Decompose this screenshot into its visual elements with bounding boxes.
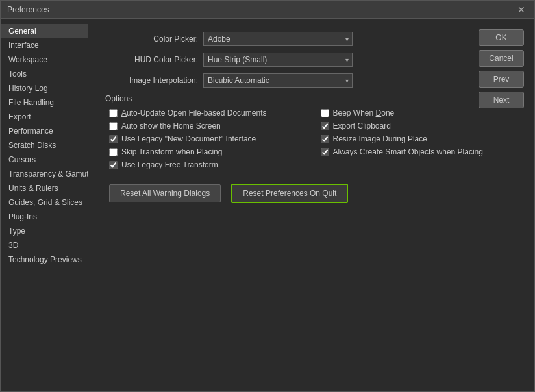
sidebar-item-history-log[interactable]: History Log [1, 81, 88, 95]
checkbox-resize-image-label[interactable]: Resize Image During Place [333, 134, 427, 143]
checkbox-skip-transform[interactable] [109, 148, 118, 156]
cb-export-clipboard: Export Clipboard [321, 121, 519, 130]
sidebar-item-technology-previews[interactable]: Technology Previews [1, 252, 88, 267]
cb-skip-transform: Skip Transform when Placing [109, 147, 308, 156]
sidebar-item-workspace[interactable]: Workspace [1, 53, 88, 67]
checkbox-legacy-interface-label[interactable]: Use Legacy "New Document" Interface [121, 134, 256, 143]
image-interp-row: Image Interpolation: Bicubic Automatic N… [104, 73, 519, 88]
dialog-title: Preferences [7, 5, 49, 14]
hud-color-picker-select[interactable]: Hue Strip (Small) Hue Strip (Medium) Hue… [203, 53, 353, 67]
checkbox-smart-objects[interactable] [321, 148, 329, 156]
sidebar-item-export[interactable]: Export [1, 110, 88, 124]
checkbox-beep-label[interactable]: Beep When Done [333, 108, 395, 117]
checkbox-free-transform[interactable] [109, 161, 118, 169]
checkbox-home-screen-label[interactable]: Auto show the Home Screen [121, 121, 221, 130]
sidebar-item-type[interactable]: Type [1, 224, 88, 238]
dialog-buttons-col: OK Cancel Prev Next [479, 29, 524, 108]
checkbox-skip-transform-label[interactable]: Skip Transform when Placing [121, 147, 222, 156]
cb-beep: Beep When Done [321, 108, 519, 117]
dialog-body: GeneralInterfaceWorkspaceToolsHistory Lo… [1, 19, 534, 391]
checkbox-export-clipboard-label[interactable]: Export Clipboard [333, 121, 391, 130]
cb-legacy-interface: Use Legacy "New Document" Interface [109, 134, 308, 143]
sidebar-item-units---rulers[interactable]: Units & Rulers [1, 181, 88, 195]
sidebar-item-file-handling[interactable]: File Handling [1, 95, 88, 110]
options-label: Options [104, 94, 519, 103]
sidebar-item-tools[interactable]: Tools [1, 67, 88, 81]
color-picker-select-wrapper: Adobe Windows [203, 32, 353, 46]
sidebar-item-cursors[interactable]: Cursors [1, 153, 88, 167]
options-section: Options Auto-Update Open File-based Docu… [104, 94, 519, 169]
main-content: Color Picker: Adobe Windows HUD Color Pi… [88, 19, 534, 391]
options-grid: Auto-Update Open File-based Documents Be… [104, 108, 519, 169]
sidebar-item-3d[interactable]: 3D [1, 238, 88, 252]
cb-free-transform: Use Legacy Free Transform [109, 160, 308, 169]
sidebar-item-plug-ins[interactable]: Plug-Ins [1, 210, 88, 224]
checkbox-export-clipboard[interactable] [321, 122, 329, 130]
checkbox-legacy-interface[interactable] [109, 135, 118, 143]
cancel-button[interactable]: Cancel [479, 50, 524, 67]
close-button[interactable]: ✕ [515, 5, 528, 14]
hud-color-picker-row: HUD Color Picker: Hue Strip (Small) Hue … [104, 53, 519, 67]
checkbox-beep[interactable] [321, 109, 329, 117]
image-interp-label: Image Interpolation: [104, 76, 198, 85]
checkbox-auto-update[interactable] [109, 109, 118, 117]
ok-button[interactable]: OK [479, 29, 524, 46]
cb-smart-objects: Always Create Smart Objects when Placing [321, 147, 519, 156]
checkbox-smart-objects-label[interactable]: Always Create Smart Objects when Placing [333, 147, 483, 156]
checkbox-resize-image[interactable] [321, 135, 329, 143]
cb-home-screen: Auto show the Home Screen [109, 121, 308, 130]
next-button[interactable]: Next [479, 92, 524, 108]
preferences-dialog: Preferences ✕ GeneralInterfaceWorkspaceT… [0, 0, 535, 392]
sidebar-item-performance[interactable]: Performance [1, 124, 88, 138]
color-picker-label: Color Picker: [104, 34, 198, 43]
cb-auto-update: Auto-Update Open File-based Documents [109, 108, 308, 117]
title-bar: Preferences ✕ [1, 1, 534, 19]
checkbox-free-transform-label[interactable]: Use Legacy Free Transform [121, 160, 218, 169]
hud-color-picker-label: HUD Color Picker: [104, 55, 198, 64]
reset-prefs-button[interactable]: Reset Preferences On Quit [231, 184, 348, 203]
color-picker-select[interactable]: Adobe Windows [203, 32, 353, 46]
checkbox-home-screen[interactable] [109, 122, 118, 130]
action-buttons-row: Reset All Warning Dialogs Reset Preferen… [104, 184, 519, 203]
hud-color-picker-select-wrapper: Hue Strip (Small) Hue Strip (Medium) Hue… [203, 53, 353, 67]
sidebar-item-guides--grid---slices[interactable]: Guides, Grid & Slices [1, 195, 88, 210]
image-interp-select-wrapper: Bicubic Automatic Nearest Neighbor Bilin… [203, 73, 353, 88]
sidebar-item-scratch-disks[interactable]: Scratch Disks [1, 138, 88, 153]
sidebar: GeneralInterfaceWorkspaceToolsHistory Lo… [1, 19, 88, 391]
reset-warnings-button[interactable]: Reset All Warning Dialogs [109, 184, 221, 202]
sidebar-item-general[interactable]: General [1, 24, 88, 38]
sidebar-item-interface[interactable]: Interface [1, 38, 88, 53]
color-picker-row: Color Picker: Adobe Windows [104, 32, 519, 46]
image-interp-select[interactable]: Bicubic Automatic Nearest Neighbor Bilin… [203, 73, 353, 88]
prev-button[interactable]: Prev [479, 71, 524, 88]
checkbox-auto-update-label[interactable]: Auto-Update Open File-based Documents [121, 108, 266, 117]
cb-resize-image: Resize Image During Place [321, 134, 519, 143]
sidebar-item-transparency---gamut[interactable]: Transparency & Gamut [1, 167, 88, 181]
